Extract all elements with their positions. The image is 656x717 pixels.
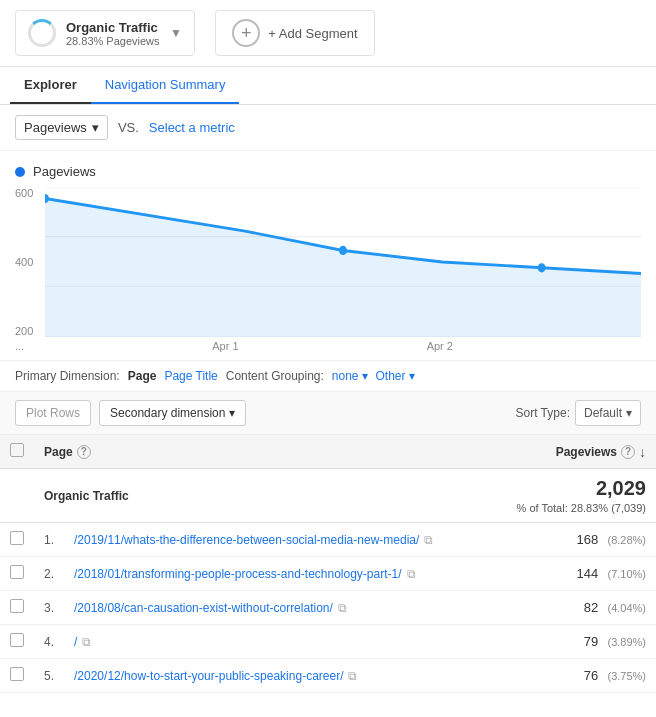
row-num: 3. xyxy=(34,591,64,625)
summary-row: Organic Traffic 2,029 % of Total: 28.83%… xyxy=(0,469,656,523)
pageviews-info-icon[interactable]: ? xyxy=(621,445,635,459)
summary-label: Organic Traffic xyxy=(44,489,129,503)
sort-default-label: Default xyxy=(584,406,622,420)
summary-pageviews: 2,029 xyxy=(505,477,646,500)
row-checkbox[interactable] xyxy=(10,565,24,579)
row-checkbox[interactable] xyxy=(10,633,24,647)
row-page-cell: /2018/08/can-causation-exist-without-cor… xyxy=(64,591,473,625)
add-segment-label: + Add Segment xyxy=(268,26,357,41)
sort-type-label: Sort Type: xyxy=(515,406,569,420)
select-all-checkbox[interactable] xyxy=(10,443,24,457)
content-grouping-dropdown[interactable]: none ▾ xyxy=(332,369,368,383)
page-info-icon[interactable]: ? xyxy=(77,445,91,459)
row-pageviews-cell: 82 (4.04%) xyxy=(495,591,656,625)
table-row: 2. /2018/01/transforming-people-process-… xyxy=(0,557,656,591)
other-arrow-icon: ▾ xyxy=(409,369,415,383)
tab-navigation-summary[interactable]: Navigation Summary xyxy=(91,67,240,104)
row-percent: (3.75%) xyxy=(607,670,646,682)
row-pageviews: 76 xyxy=(584,668,598,683)
summary-label-cell: Organic Traffic xyxy=(34,469,495,523)
y-label-600: 600 xyxy=(15,187,33,199)
row-checkbox[interactable] xyxy=(10,531,24,545)
plot-rows-button[interactable]: Plot Rows xyxy=(15,400,91,426)
row-percent: (7.10%) xyxy=(607,568,646,580)
chart-point-apr1 xyxy=(339,246,347,255)
data-table: Page ? Pageviews ? ↓ Organic Traffic 2,0… xyxy=(0,435,656,693)
row-num: 4. xyxy=(34,625,64,659)
th-page-label: Page xyxy=(44,445,73,459)
summary-pageviews-cell: 2,029 % of Total: 28.83% (7,039) xyxy=(495,469,656,523)
select-metric-link[interactable]: Select a metric xyxy=(149,120,235,135)
secondary-dim-label: Secondary dimension xyxy=(110,406,225,420)
row-pageviews-cell: 168 (8.28%) xyxy=(495,523,656,557)
segment-bar: Organic Traffic 28.83% Pageviews ▼ + + A… xyxy=(0,0,656,67)
row-spacer xyxy=(473,591,495,625)
copy-icon[interactable]: ⧉ xyxy=(348,669,357,683)
row-pageviews: 79 xyxy=(584,634,598,649)
copy-icon[interactable]: ⧉ xyxy=(407,567,416,581)
pageviews-dropdown[interactable]: Pageviews ▾ xyxy=(15,115,108,140)
other-dropdown[interactable]: Other ▾ xyxy=(376,369,415,383)
row-page-cell: / ⧉ xyxy=(64,625,473,659)
row-pageviews: 144 xyxy=(576,566,598,581)
row-page-cell: /2018/01/transforming-people-process-and… xyxy=(64,557,473,591)
copy-icon[interactable]: ⧉ xyxy=(82,635,91,649)
primary-dimension-row: Primary Dimension: Page Page Title Conte… xyxy=(0,361,656,392)
copy-icon[interactable]: ⧉ xyxy=(338,601,347,615)
y-label-400: 400 xyxy=(15,256,33,268)
row-page-link[interactable]: /2018/08/can-causation-exist-without-cor… xyxy=(74,601,333,615)
row-page-cell: /2020/12/how-to-start-your-public-speaki… xyxy=(64,659,473,693)
chart-legend: Pageviews xyxy=(15,156,641,187)
row-spacer xyxy=(473,557,495,591)
row-checkbox[interactable] xyxy=(10,667,24,681)
chart-point-apr2 xyxy=(538,263,546,272)
x-label-start: ... xyxy=(15,340,24,352)
row-pageviews: 82 xyxy=(584,600,598,615)
row-page-link[interactable]: / xyxy=(74,635,77,649)
row-page-link[interactable]: /2019/11/whats-the-difference-between-so… xyxy=(74,533,419,547)
y-label-200: 200 xyxy=(15,325,33,337)
row-checkbox-cell xyxy=(0,557,34,591)
controls-row: Plot Rows Secondary dimension ▾ Sort Typ… xyxy=(0,392,656,435)
secondary-dim-arrow-icon: ▾ xyxy=(229,406,235,420)
row-checkbox[interactable] xyxy=(10,599,24,613)
row-spacer xyxy=(473,523,495,557)
pageviews-label: Pageviews xyxy=(24,120,87,135)
add-icon: + xyxy=(232,19,260,47)
row-page-cell: /2019/11/whats-the-difference-between-so… xyxy=(64,523,473,557)
organic-traffic-segment[interactable]: Organic Traffic 28.83% Pageviews ▼ xyxy=(15,10,195,56)
chevron-down-icon: ▼ xyxy=(170,26,182,40)
row-checkbox-cell xyxy=(0,591,34,625)
table-row: 4. / ⧉ 79 (3.89%) xyxy=(0,625,656,659)
dim-page-title-link[interactable]: Page Title xyxy=(164,369,217,383)
th-pageviews: Pageviews ? ↓ xyxy=(495,435,656,469)
row-pageviews-cell: 76 (3.75%) xyxy=(495,659,656,693)
segment-spinner xyxy=(28,19,56,47)
row-pageviews-cell: 144 (7.10%) xyxy=(495,557,656,591)
table-row: 1. /2019/11/whats-the-difference-between… xyxy=(0,523,656,557)
copy-icon[interactable]: ⧉ xyxy=(424,533,433,547)
chart-area: 600 400 200 xyxy=(45,187,641,337)
sort-arrow-icon: ▾ xyxy=(626,406,632,420)
row-page-link[interactable]: /2018/01/transforming-people-process-and… xyxy=(74,567,402,581)
sort-default-dropdown[interactable]: Default ▾ xyxy=(575,400,641,426)
content-grouping-label: Content Grouping: xyxy=(226,369,324,383)
row-page-link[interactable]: /2020/12/how-to-start-your-public-speaki… xyxy=(74,669,343,683)
row-num: 5. xyxy=(34,659,64,693)
row-percent: (8.28%) xyxy=(607,534,646,546)
tab-explorer[interactable]: Explorer xyxy=(10,67,91,104)
row-percent: (4.04%) xyxy=(607,602,646,614)
th-page: Page ? xyxy=(34,435,495,469)
content-grouping-arrow-icon: ▾ xyxy=(362,369,368,383)
vs-label: VS. xyxy=(118,120,139,135)
row-percent: (3.89%) xyxy=(607,636,646,648)
th-pageviews-label: Pageviews xyxy=(556,445,617,459)
row-pageviews-cell: 79 (3.89%) xyxy=(495,625,656,659)
dim-page-link[interactable]: Page xyxy=(128,369,157,383)
row-num: 1. xyxy=(34,523,64,557)
segment-info: Organic Traffic 28.83% Pageviews xyxy=(66,20,160,47)
add-segment-button[interactable]: + + Add Segment xyxy=(215,10,375,56)
legend-dot-pageviews xyxy=(15,167,25,177)
secondary-dimension-dropdown[interactable]: Secondary dimension ▾ xyxy=(99,400,246,426)
row-checkbox-cell xyxy=(0,625,34,659)
